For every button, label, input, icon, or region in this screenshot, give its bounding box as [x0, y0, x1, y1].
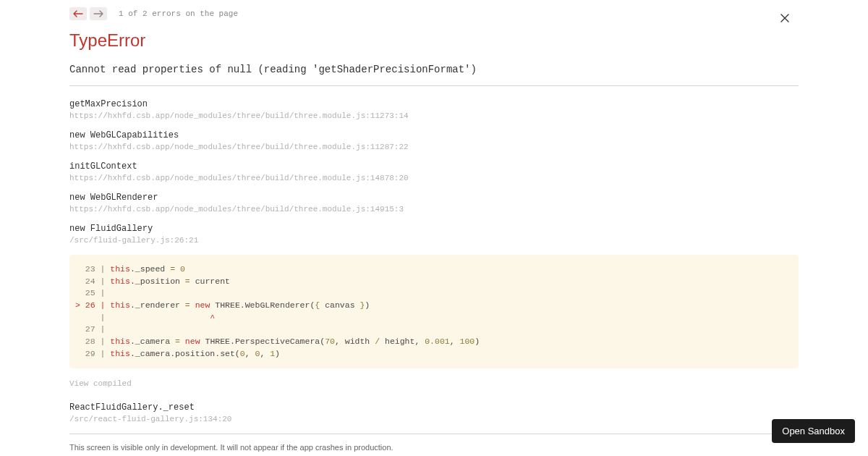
error-message: Cannot read properties of null (reading …: [69, 64, 799, 75]
close-icon: [780, 13, 790, 23]
stack-frame[interactable]: new WebGLRendererhttps://hxhfd.csb.app/n…: [69, 193, 799, 214]
arrow-right-icon: [93, 10, 103, 17]
footer-notes: This screen is visible only in developme…: [69, 442, 799, 456]
open-sandbox-button[interactable]: Open Sandbox: [772, 419, 855, 443]
stack-frame[interactable]: getMaxPrecisionhttps://hxhfd.csb.app/nod…: [69, 99, 799, 120]
divider: [69, 434, 799, 434]
stack-frame-fn: new WebGLCapabilities: [69, 130, 799, 140]
footer-line: This screen is visible only in developme…: [69, 442, 799, 454]
stack-frame-fn: getMaxPrecision: [69, 99, 799, 109]
code-snippet: 23 | this._speed = 0 24 | this._position…: [69, 255, 799, 368]
prev-error-button[interactable]: [69, 7, 87, 20]
divider: [69, 85, 799, 86]
stack-frame-loc: /src/react-fluid-gallery.js:134:20: [69, 415, 799, 423]
stack-frame-fn: new FluidGallery: [69, 224, 799, 234]
stack-frame[interactable]: new FluidGallery/src/fluid-gallery.js:26…: [69, 224, 799, 245]
view-compiled-link[interactable]: View compiled: [69, 379, 132, 388]
stack-frame-loc: /src/fluid-gallery.js:26:21: [69, 236, 799, 245]
error-count-text: 1 of 2 errors on the page: [119, 9, 238, 18]
stack-frame-fn: initGLContext: [69, 161, 799, 172]
stack-frame-loc: https://hxhfd.csb.app/node_modules/three…: [69, 205, 799, 214]
stack-frame[interactable]: new WebGLCapabilitieshttps://hxhfd.csb.a…: [69, 130, 799, 151]
stack-frame-loc: https://hxhfd.csb.app/node_modules/three…: [69, 143, 799, 151]
stack-frame: ReactFluidGallery._reset /src/react-flui…: [69, 402, 799, 423]
stack-frame-loc: https://hxhfd.csb.app/node_modules/three…: [69, 174, 799, 182]
error-type: TypeError: [69, 30, 799, 51]
stack-frame-fn: ReactFluidGallery._reset: [69, 402, 799, 413]
arrow-left-icon: [73, 10, 83, 17]
next-error-button[interactable]: [90, 7, 107, 20]
stack-frame-fn: new WebGLRenderer: [69, 193, 799, 203]
stack-frame[interactable]: initGLContexthttps://hxhfd.csb.app/node_…: [69, 161, 799, 182]
stack-frame-loc: https://hxhfd.csb.app/node_modules/three…: [69, 111, 799, 120]
close-button[interactable]: [780, 13, 790, 23]
